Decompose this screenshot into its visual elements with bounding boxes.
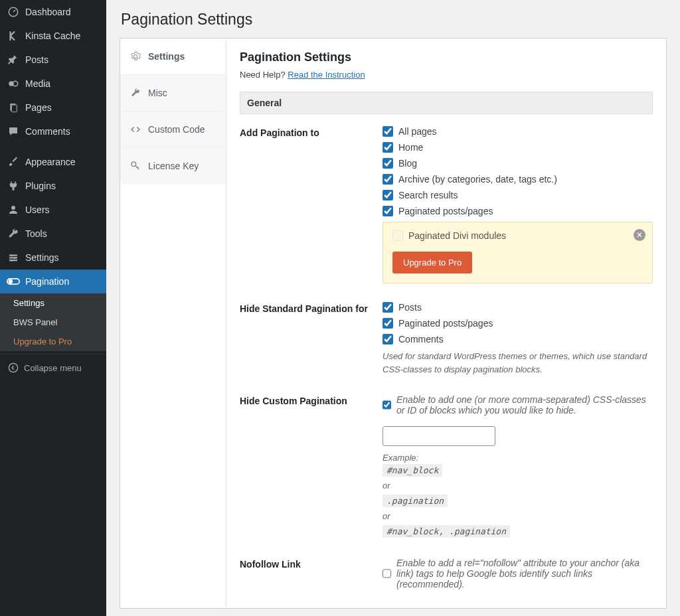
- checkbox-nofollow[interactable]: Enable to add a rel="nofollow" attribute…: [382, 558, 653, 589]
- tab-label: Settings: [148, 51, 185, 62]
- menu-kinsta-cache[interactable]: Kinsta Cache: [0, 24, 106, 48]
- field-label: Hide Custom Pagination: [240, 394, 382, 539]
- checkbox-all-pages[interactable]: All pages: [382, 126, 653, 137]
- menu-media[interactable]: Media: [0, 72, 106, 96]
- collapse-label: Collapse menu: [24, 363, 82, 373]
- field-add-pagination: Add Pagination to All pages Home Blog Ar…: [240, 126, 653, 283]
- field-body: All pages Home Blog Archive (by categori…: [382, 126, 653, 283]
- media-icon: [7, 77, 20, 90]
- collapse-icon: [7, 361, 20, 374]
- close-icon[interactable]: ✕: [634, 229, 645, 241]
- menu-posts[interactable]: Posts: [0, 48, 106, 72]
- menu-settings[interactable]: Settings: [0, 246, 106, 270]
- help-link[interactable]: Read the Instruction: [288, 70, 365, 80]
- field-hide-custom: Hide Custom Pagination Enable to add one…: [240, 394, 653, 539]
- menu-label: Dashboard: [25, 7, 71, 17]
- checkbox-hide-paginated[interactable]: Paginated posts/pages: [382, 318, 653, 329]
- upgrade-to-pro-button[interactable]: Upgrade to Pro: [392, 252, 472, 273]
- menu-comments[interactable]: Comments: [0, 119, 106, 143]
- tab-settings[interactable]: Settings: [120, 38, 226, 75]
- svg-point-5: [11, 206, 15, 210]
- code-example: #nav_block, .pagination: [382, 525, 510, 538]
- menu-dashboard[interactable]: Dashboard: [0, 0, 106, 24]
- menu-label: Plugins: [25, 181, 56, 191]
- css-classes-input[interactable]: [382, 426, 495, 446]
- settings-icon: [7, 251, 20, 264]
- code-example: #nav_block: [382, 464, 442, 477]
- svg-point-9: [11, 254, 13, 256]
- or-text: or: [382, 511, 653, 521]
- svg-point-14: [9, 363, 17, 372]
- wrench-icon: [129, 87, 141, 99]
- submenu-upgrade-pro[interactable]: Upgrade to Pro: [0, 332, 106, 351]
- menu-label: Pages: [25, 102, 52, 113]
- menu-label: Settings: [25, 252, 59, 263]
- pin-icon: [7, 53, 20, 66]
- field-body: Posts Paginated posts/pages Comments Use…: [382, 302, 653, 376]
- menu-label: Kinsta Cache: [25, 31, 80, 41]
- help-text: Need Help? Read the Instruction: [240, 70, 653, 80]
- main-content: Pagination Settings Settings Misc Custom…: [106, 0, 680, 616]
- svg-point-13: [9, 279, 13, 284]
- menu-label: Media: [25, 78, 50, 89]
- menu-label: Posts: [25, 54, 48, 65]
- checkbox-hide-custom[interactable]: Enable to add one (or more comma-separat…: [382, 394, 653, 416]
- brush-icon: [7, 155, 20, 169]
- plug-icon: [7, 179, 20, 193]
- dashboard-icon: [7, 5, 20, 19]
- menu-tools[interactable]: Tools: [0, 222, 106, 246]
- menu-label: Pagination: [25, 276, 69, 287]
- kinsta-icon: [7, 29, 20, 42]
- pages-icon: [7, 101, 20, 114]
- gear-icon: [129, 50, 141, 62]
- key-icon: [129, 160, 141, 172]
- field-description: Used for standard WordPress themes or th…: [382, 350, 653, 376]
- checkbox-home[interactable]: Home: [382, 142, 653, 153]
- collapse-menu[interactable]: Collapse menu: [0, 354, 106, 381]
- submenu: Settings BWS Panel Upgrade to Pro: [0, 293, 106, 351]
- page-title: Pagination Settings: [121, 11, 667, 29]
- submenu-bws-panel[interactable]: BWS Panel: [0, 313, 106, 332]
- submenu-settings[interactable]: Settings: [0, 293, 106, 313]
- checkbox-archive[interactable]: Archive (by categories, date, tags etc.): [382, 174, 653, 185]
- menu-pagination[interactable]: Pagination: [0, 270, 106, 293]
- tab-license-key[interactable]: License Key: [120, 148, 226, 184]
- pro-feature-box: ✕ Paginated Divi modules Upgrade to Pro: [382, 222, 653, 283]
- tab-label: Custom Code: [148, 124, 205, 135]
- general-header: General: [240, 92, 653, 114]
- menu-label: Comments: [25, 126, 70, 137]
- svg-point-11: [11, 260, 13, 262]
- example-label: Example:: [382, 453, 653, 463]
- tab-label: Misc: [148, 88, 167, 98]
- checkbox-hide-comments[interactable]: Comments: [382, 334, 653, 345]
- field-nofollow: Nofollow Link Enable to add a rel="nofol…: [240, 558, 653, 595]
- checkbox-search-results[interactable]: Search results: [382, 190, 653, 200]
- field-hide-standard: Hide Standard Pagination for Posts Pagin…: [240, 302, 653, 376]
- or-text: or: [382, 481, 653, 491]
- svg-point-10: [14, 257, 16, 259]
- users-icon: [7, 203, 20, 216]
- code-icon: [129, 123, 141, 135]
- tab-misc[interactable]: Misc: [120, 75, 226, 112]
- comments-icon: [7, 125, 20, 138]
- checkbox-paginated-posts[interactable]: Paginated posts/pages: [382, 206, 653, 216]
- svg-rect-8: [9, 260, 17, 261]
- checkbox-blog[interactable]: Blog: [382, 158, 653, 169]
- menu-plugins[interactable]: Plugins: [0, 174, 106, 198]
- field-label: Add Pagination to: [240, 126, 382, 283]
- svg-rect-6: [9, 255, 17, 256]
- menu-label: Tools: [25, 228, 47, 239]
- field-body: Enable to add a rel="nofollow" attribute…: [382, 558, 653, 595]
- menu-pages[interactable]: Pages: [0, 96, 106, 119]
- field-label: Nofollow Link: [240, 558, 382, 595]
- tools-icon: [7, 227, 20, 240]
- settings-content: Pagination Settings Need Help? Read the …: [226, 38, 666, 608]
- menu-label: Users: [25, 204, 50, 215]
- settings-tabs: Settings Misc Custom Code License Key: [120, 38, 226, 608]
- field-label: Hide Standard Pagination for: [240, 302, 382, 376]
- menu-users[interactable]: Users: [0, 198, 106, 222]
- menu-appearance[interactable]: Appearance: [0, 150, 106, 174]
- checkbox-hide-posts[interactable]: Posts: [382, 302, 653, 313]
- svg-rect-7: [9, 257, 17, 258]
- tab-custom-code[interactable]: Custom Code: [120, 112, 226, 148]
